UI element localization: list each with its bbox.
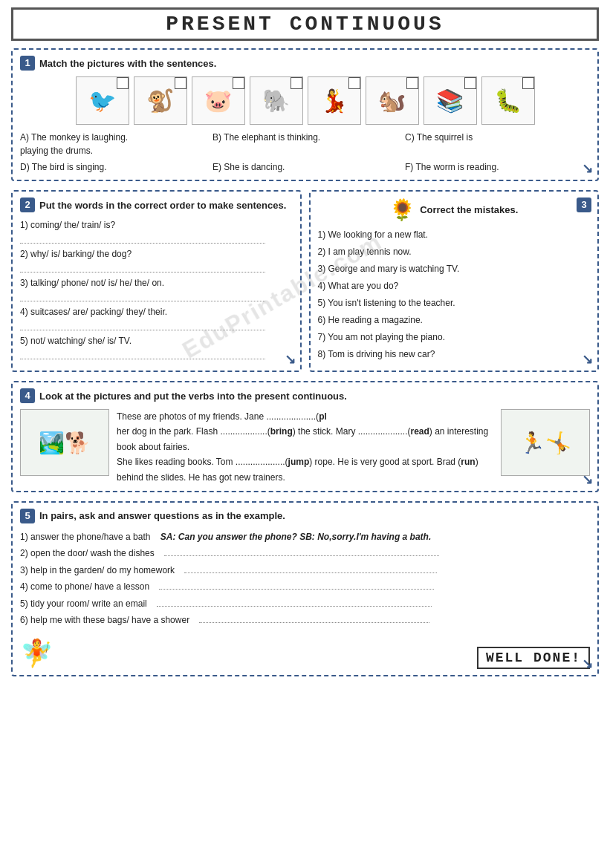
s3-item-1: 1) We looking for a new flat.: [318, 228, 591, 241]
pic-squirrel: 🐿️: [366, 76, 419, 125]
sentence-c-label: C) The squirrel is: [405, 132, 473, 143]
s3-item-6: 6) He reading a magazine.: [318, 313, 591, 327]
section-3: 🌻 Correct the mistakes. 3 1) We looking …: [309, 190, 600, 372]
section-1-number: 1: [20, 56, 35, 71]
books-icon: 📚: [436, 88, 464, 114]
sentence-a: A) The monkey is laughing.playing the dr…: [20, 131, 205, 157]
arrow-corner-2: ↘: [285, 351, 296, 368]
section-4-text: These are photos of my friends. Jane ...…: [117, 409, 493, 485]
pic-bird: 🐦: [76, 76, 129, 125]
s2-item-3: 3) talking/ phone/ not/ is/ he/ the/ on.: [20, 276, 293, 301]
sentence-b: B) The elephant is thinking.: [212, 131, 398, 157]
pic-number-5: [348, 77, 360, 89]
arrow-corner-4: ↘: [582, 471, 593, 488]
pic-worm: 🐛: [481, 76, 535, 125]
section-4-header: 4 Look at the pictures and put the verbs…: [20, 388, 590, 403]
s2-item-4: 4) suitcases/ are/ packing/ they/ their.: [20, 305, 293, 330]
section-4: 4 Look at the pictures and put the verbs…: [11, 381, 599, 492]
fairy-icon: 🧚: [20, 638, 53, 669]
sentence-f: F) The worm is reading.: [405, 160, 590, 174]
sunflower-icon: 🌻: [389, 198, 415, 222]
pic-number-2: [175, 77, 186, 89]
s2-item-2: 2) why/ is/ barking/ the dog?: [20, 247, 293, 273]
section-5: 5 In pairs, ask and answer questions as …: [11, 501, 599, 676]
pic-number-3: [233, 77, 244, 89]
page-title: PRESENT CONTINUOUS: [11, 7, 599, 41]
section-1-instruction: Match the pictures with the sentences.: [39, 58, 216, 69]
s2-item-1: 1) coming/ the/ train/ is?: [20, 218, 293, 244]
s4-text-2: her dog in the park. Flash .............…: [117, 426, 488, 451]
pic-dancer: 💃: [308, 76, 361, 125]
sentence-d: D) The bird is singing.: [20, 160, 205, 174]
pic-number-4: [291, 77, 302, 89]
sentence-f-label: F) The worm is reading.: [405, 162, 499, 172]
section-1: 1 Match the pictures with the sentences.…: [11, 48, 599, 181]
pic-number-6: [406, 77, 418, 89]
pic-playground-scene: 🏃🤸: [501, 409, 590, 476]
sentence-b-label: B) The elephant is thinking.: [212, 132, 320, 143]
s5-item-5: 5) tidy your room/ write an email: [20, 596, 590, 611]
squirrel-icon: 🐿️: [378, 88, 406, 114]
sentence-e: E) She is dancing.: [212, 160, 398, 174]
s3-item-2: 2) I am play tennis now.: [318, 245, 591, 258]
section-2-instruction: Put the words in the correct order to ma…: [39, 200, 286, 211]
arrow-corner-1: ↘: [582, 160, 593, 177]
pic-number-7: [464, 77, 476, 89]
sentence-d-label: D) The bird is singing.: [20, 162, 107, 172]
pictures-row: 🐦 🐒 🐷 🐘 💃 🐿️ 📚 🐛: [20, 76, 590, 125]
arrow-corner-5: ↘: [582, 656, 593, 672]
s5-item-4: 4) come to phone/ have a lesson: [20, 579, 590, 594]
s3-item-4: 4) What are you do?: [318, 279, 591, 293]
section-4-instruction: Look at the pictures and put the verbs i…: [39, 391, 347, 402]
section-5-header: 5 In pairs, ask and answer questions as …: [20, 509, 590, 523]
s3-item-3: 3) George and mary is watching TV.: [318, 262, 591, 275]
section-1-header: 1 Match the pictures with the sentences.: [20, 56, 590, 71]
section-5-number: 5: [20, 509, 35, 523]
s4-text-1: These are photos of my friends. Jane ...…: [117, 411, 327, 422]
worm-icon: 🐛: [494, 88, 522, 114]
s4-text-3: She likes reading books. Tom ...........…: [117, 457, 478, 482]
pic-monkey: 🐒: [134, 76, 187, 125]
section-5-instruction: In pairs, ask and answer questions as in…: [39, 510, 285, 521]
pic-park-scene: 🏞️🐕: [20, 409, 109, 476]
well-done-label: WELL DONE!: [477, 647, 590, 669]
section-4-number: 4: [20, 388, 35, 403]
arrow-corner-3: ↘: [582, 351, 593, 368]
s3-item-7: 7) You am not playing the piano.: [318, 330, 591, 344]
dancer-icon: 💃: [320, 88, 348, 114]
pic-water: 🐷: [192, 76, 245, 125]
water-icon: 🐷: [204, 88, 232, 114]
monkey-icon: 🐒: [146, 88, 174, 114]
sentence-a-label: A) The monkey is laughing.playing the dr…: [20, 132, 128, 156]
section-2-header: 2 Put the words in the correct order to …: [20, 198, 293, 212]
sentences-grid: A) The monkey is laughing.playing the dr…: [20, 131, 590, 174]
sentence-e-label: E) She is dancing.: [212, 162, 285, 172]
section-4-content: 🏞️🐕 These are photos of my friends. Jane…: [20, 409, 590, 485]
bird-icon: 🐦: [88, 88, 116, 114]
s5-item-3: 3) help in the garden/ do my homework: [20, 563, 590, 578]
pic-number-8: [522, 77, 534, 89]
s3-item-8: 8) Tom is driving his new car?: [318, 347, 591, 361]
s5-item-1: 1) answer the phone/have a bath SA: Can …: [20, 529, 590, 544]
s3-item-5: 5) You isn't listening to the teacher.: [318, 296, 591, 310]
elephant-icon: 🐘: [262, 88, 290, 114]
row-2-3: 2 Put the words in the correct order to …: [11, 190, 599, 372]
pic-number-1: [117, 77, 129, 89]
section-3-number: 3: [577, 198, 591, 212]
s2-item-5: 5) not/ watching/ she/ is/ TV.: [20, 334, 293, 359]
section-2-number: 2: [20, 198, 35, 212]
sentence-c: C) The squirrel is: [405, 131, 590, 157]
pic-elephant: 🐘: [250, 76, 303, 125]
section-2: 2 Put the words in the correct order to …: [11, 190, 302, 372]
s5-item-6: 6) help me with these bags/ have a showe…: [20, 613, 590, 627]
pic-books: 📚: [424, 76, 477, 125]
s5-item-2: 2) open the door/ wash the dishes: [20, 546, 590, 561]
section-3-instruction: Correct the mistakes.: [420, 204, 518, 215]
